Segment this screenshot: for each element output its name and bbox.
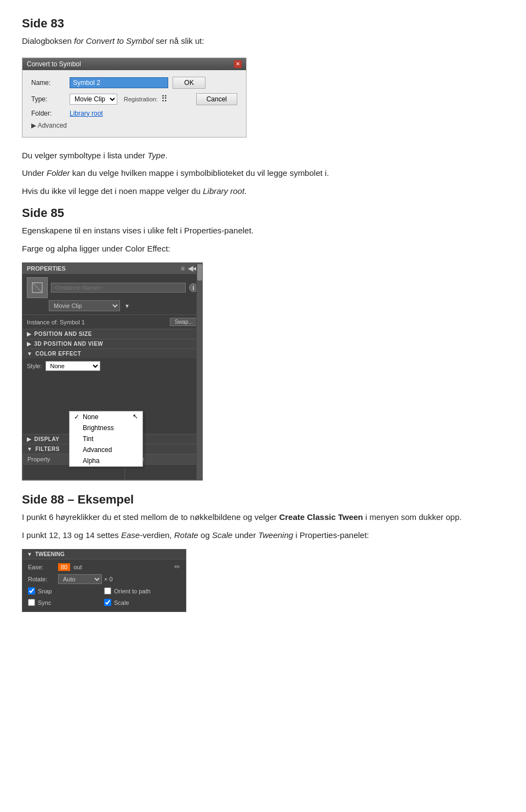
- props-instance-of-label: Instance of: Symbol 1: [27, 319, 85, 325]
- props-titlebar: PROPERTIES ≡ ◀◀: [22, 263, 202, 274]
- props-type-select[interactable]: Movie Clip: [49, 300, 120, 311]
- side88-suffix: under: [232, 530, 258, 540]
- dialog-cancel-button[interactable]: Cancel: [196, 93, 237, 105]
- triangle-down-icon: ▼: [124, 303, 130, 309]
- side88-para2: I punkt 12, 13 og 14 settes Ease-verdien…: [22, 529, 504, 542]
- props-3d-label: 3D POSITION AND VIEW: [35, 341, 104, 347]
- intro-prefix: Dialogboksen: [22, 36, 74, 45]
- tweening-scale-checkbox[interactable]: [104, 599, 111, 606]
- props-instance-row: ℹ: [22, 274, 202, 300]
- tweening-orient-row: Orient to path: [104, 587, 180, 594]
- tweening-ease-suffix: out: [73, 564, 82, 570]
- tweening-rotate-times: × 0: [104, 576, 113, 582]
- thumbnail-icon: [31, 282, 43, 294]
- triangle-down-icon-tweening: ▼: [27, 551, 32, 557]
- dialog-type-label: Type:: [31, 95, 70, 103]
- dialog-folder-link[interactable]: Library root: [70, 110, 103, 117]
- tweening-checkboxes: Snap Orient to path Sync Scale: [28, 587, 180, 608]
- dialog-folder-row: Folder: Library root: [31, 110, 237, 117]
- props-dropdown-alpha[interactable]: Alpha: [70, 455, 142, 466]
- alpha-label: Alpha: [83, 457, 100, 465]
- properties-panel-screenshot: PROPERTIES ≡ ◀◀ ℹ Movie Clip ▼: [22, 262, 203, 481]
- dialog-name-label: Name:: [31, 79, 70, 87]
- tweening-ease-row: Ease: 80 out ✏: [28, 563, 180, 571]
- props-swap-button[interactable]: Swap...: [170, 318, 198, 326]
- props-dropdown-advanced[interactable]: Advanced: [70, 444, 142, 455]
- props-title: PROPERTIES: [27, 265, 66, 272]
- para1-suffix: .: [165, 151, 168, 160]
- dialog-name-input[interactable]: [70, 77, 168, 88]
- props-dropdown-none[interactable]: None ↖: [70, 411, 142, 422]
- hamburger-icon: ≡: [181, 265, 185, 272]
- tweening-scale-label: Scale: [114, 599, 129, 606]
- side88-para1-prefix: I punkt 6 høyreklikker du et sted mellom…: [22, 512, 279, 522]
- props-section-position[interactable]: ▶ POSITION AND SIZE: [22, 329, 202, 339]
- side85-title: Side 85: [22, 206, 504, 220]
- page-title: Side 83: [22, 16, 504, 31]
- tweening-sync-checkbox[interactable]: [28, 599, 35, 606]
- tweening-title: TWEENING: [35, 551, 65, 557]
- advanced-label: Advanced: [83, 446, 112, 454]
- info-icon: ℹ: [192, 285, 195, 291]
- props-section-color[interactable]: ▼ COLOR EFFECT: [22, 348, 202, 358]
- tweening-rotate-select[interactable]: Auto: [58, 574, 102, 584]
- convert-to-symbol-dialog: Convert to Symbol ✕ Name: OK Type: Movie…: [22, 58, 247, 138]
- side88-tweening: Tweening: [258, 530, 293, 540]
- tweening-section-header[interactable]: ▼ TWEENING: [22, 550, 186, 559]
- scrollbar-thumb[interactable]: [197, 264, 202, 281]
- none-label: None: [83, 413, 99, 421]
- tweening-rotate-label: Rotate:: [28, 576, 58, 582]
- props-color-label: COLOR EFFECT: [35, 351, 81, 357]
- props-color-body: Style: None: [22, 358, 202, 374]
- props-body: ℹ Movie Clip ▼ Instance of: Symbol 1 Swa…: [22, 274, 202, 480]
- props-thumbnail: [27, 277, 48, 298]
- props-instance-of-row: Instance of: Symbol 1 Swap...: [22, 315, 202, 329]
- props-dropdown-brightness[interactable]: Brightness: [70, 422, 142, 433]
- tweening-orient-label: Orient to path: [114, 588, 151, 594]
- side88-end: i Properties-panelet:: [293, 530, 369, 540]
- triangle-right-icon-2: ▶: [27, 341, 32, 347]
- props-style-select[interactable]: None: [45, 361, 100, 371]
- props-display-label: DISPLAY: [35, 436, 60, 442]
- side85-para2: Farge og alpha ligger under Color Effect…: [22, 243, 504, 255]
- triangle-right-icon: ▶: [27, 331, 32, 337]
- side88-and: og: [198, 530, 212, 540]
- dialog-type-row: Type: Movie Clip Registration: ⠿ Cancel: [31, 93, 237, 105]
- side88-title: Side 88 – Eksempel: [22, 493, 504, 507]
- props-scrollbar[interactable]: [196, 263, 202, 480]
- para3: Hvis du ikke vil legge det i noen mappe …: [22, 185, 504, 198]
- tweening-sync-row: Sync: [28, 599, 104, 606]
- para2-suffix: kan du velge hvilken mappe i symbolbibli…: [70, 168, 329, 178]
- intro-paragraph: Dialogboksen for Convert to Symbol ser n…: [22, 35, 504, 48]
- brightness-label: Brightness: [83, 424, 114, 432]
- para3-library: Library root: [203, 186, 244, 196]
- props-style-label: Style:: [27, 363, 42, 369]
- tweening-orient-checkbox[interactable]: [104, 587, 111, 594]
- para2-prefix: Under: [22, 168, 47, 178]
- pencil-icon[interactable]: ✏: [174, 563, 180, 571]
- tweening-snap-label: Snap: [38, 588, 52, 594]
- para3-suffix: .: [244, 186, 247, 196]
- dialog-registration-label: Registration:: [124, 96, 158, 102]
- dialog-titlebar: Convert to Symbol ✕: [22, 58, 246, 70]
- tweening-ease-value: 80: [58, 563, 70, 571]
- props-dropdown-tint[interactable]: Tint: [70, 433, 142, 444]
- dialog-advanced-row: ▶ Advanced: [31, 122, 237, 129]
- side88-para1-suffix: i menyen som dukker opp.: [363, 512, 462, 522]
- props-section-3d[interactable]: ▶ 3D POSITION AND VIEW: [22, 339, 202, 348]
- tweening-ease-label: Ease:: [28, 564, 58, 570]
- props-titlebar-icons: ≡ ◀◀: [181, 265, 198, 272]
- dialog-close-button[interactable]: ✕: [234, 60, 242, 68]
- para2: Under Folder kan du velge hvilken mappe …: [22, 167, 504, 180]
- intro-italic: for Convert to Symbol: [74, 36, 153, 45]
- tweening-snap-checkbox[interactable]: [28, 587, 35, 594]
- dialog-type-select[interactable]: Movie Clip: [70, 94, 117, 105]
- dialog-reg-grid: ⠿: [161, 94, 169, 104]
- triangle-down-icon-color: ▼: [27, 351, 32, 357]
- triangle-down-icon-filters: ▼: [27, 446, 32, 452]
- props-instance-name-input[interactable]: [51, 283, 186, 293]
- dialog-ok-button[interactable]: OK: [173, 77, 205, 89]
- para1: Du velger symboltype i lista under Type.: [22, 150, 504, 162]
- tweening-rotate-row: Rotate: Auto × 0: [28, 574, 180, 584]
- tweening-panel-screenshot: ▼ TWEENING Ease: 80 out ✏ Rotate: Auto ×…: [22, 549, 186, 612]
